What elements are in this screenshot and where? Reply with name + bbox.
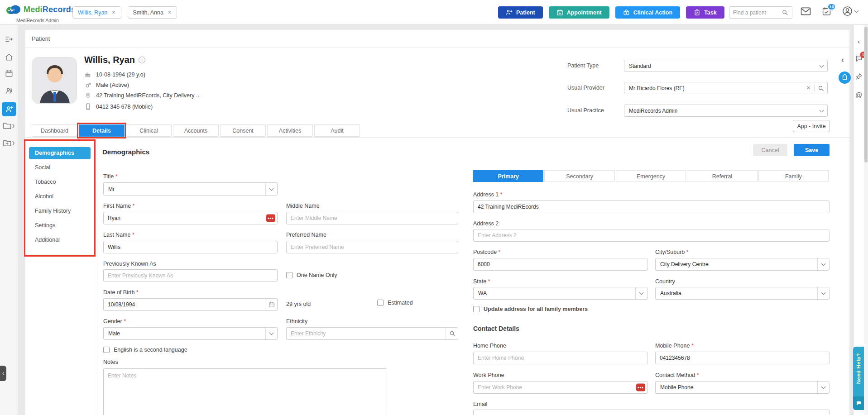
tag-floating-button[interactable] xyxy=(839,72,851,84)
previously-known-input[interactable] xyxy=(103,269,278,282)
chevron-right-icon: ❯ xyxy=(12,141,15,145)
patient-dob-row: 10-08-1994 (29 y.o) xyxy=(85,72,145,78)
address-tab-referral[interactable]: Referral xyxy=(687,170,757,182)
brand-logo[interactable]: MediRecords xyxy=(5,4,83,15)
search-icon[interactable] xyxy=(446,327,458,340)
usual-provider-field[interactable]: Mr Ricardo Flores (RF) ✕ xyxy=(624,82,828,94)
postcode-input[interactable] xyxy=(473,258,647,271)
work-phone-wrap: ••• xyxy=(473,381,647,394)
subnav-social[interactable]: Social xyxy=(29,162,91,174)
address1-input[interactable] xyxy=(473,200,830,213)
last-name-input[interactable] xyxy=(103,241,278,253)
search-icon[interactable] xyxy=(815,85,827,91)
update-family-address-checkbox[interactable] xyxy=(473,306,480,312)
previously-known-label: Previously Known As xyxy=(103,261,156,267)
address2-input[interactable] xyxy=(473,229,830,242)
scrollbar-thumb[interactable] xyxy=(864,27,868,162)
home-phone-input[interactable] xyxy=(473,352,647,364)
collapse-panel-icon[interactable]: ‹ xyxy=(841,55,844,65)
pin-icon[interactable] xyxy=(855,73,863,80)
address-tab-family[interactable]: Family xyxy=(758,170,829,182)
save-button[interactable]: Save xyxy=(794,144,830,156)
chat-icon[interactable]: 1 xyxy=(855,55,863,62)
one-name-only-checkbox[interactable] xyxy=(286,272,293,278)
mail-icon[interactable] xyxy=(801,7,811,15)
estimated-checkbox[interactable] xyxy=(377,300,384,306)
person-plus-icon xyxy=(506,9,513,16)
need-help-tab[interactable]: Need Help? xyxy=(853,347,864,410)
medical-bag-plus-icon xyxy=(623,9,630,16)
home-icon[interactable] xyxy=(5,53,13,62)
tab-consent[interactable]: Consent xyxy=(220,124,266,137)
ethnicity-input[interactable] xyxy=(286,327,458,340)
new-task-button[interactable]: Task xyxy=(686,6,724,19)
tab-accounts[interactable]: Accounts xyxy=(173,124,219,137)
calendar-notifications-icon[interactable]: 10 xyxy=(822,7,831,16)
calendar-icon[interactable] xyxy=(5,69,13,77)
email-input[interactable] xyxy=(473,410,830,415)
tab-audit[interactable]: Audit xyxy=(314,124,360,137)
patient-tab-smith-anna[interactable]: Smith, Anna ✕ xyxy=(128,6,177,19)
close-icon[interactable]: ✕ xyxy=(168,10,172,15)
patient-photo[interactable] xyxy=(32,57,77,104)
address-tab-secondary[interactable]: Secondary xyxy=(544,170,614,182)
usual-practice-select[interactable]: MediRecords Admin xyxy=(624,105,828,117)
subnav-tobacco[interactable]: Tobacco xyxy=(29,176,91,188)
dob-input[interactable] xyxy=(103,298,278,311)
tab-clinical[interactable]: Clinical xyxy=(126,124,172,137)
mobile-phone-input[interactable] xyxy=(655,352,830,364)
clear-icon[interactable]: ✕ xyxy=(803,85,814,91)
contact-method-select[interactable]: Mobile Phone xyxy=(655,381,830,394)
address-tab-primary-active[interactable]: Primary xyxy=(473,170,543,182)
folder-icon[interactable]: ❯ xyxy=(3,122,15,129)
at-mention-icon[interactable]: @ xyxy=(855,91,862,99)
info-icon[interactable]: i xyxy=(139,57,145,63)
search-icon[interactable] xyxy=(782,9,788,16)
calendar-icon[interactable] xyxy=(265,298,278,311)
preferred-name-input[interactable] xyxy=(286,241,458,253)
new-appointment-button[interactable]: Appointment xyxy=(549,6,609,19)
country-select[interactable]: Australia xyxy=(655,287,830,300)
new-patient-button[interactable]: Patient xyxy=(498,6,543,19)
esl-checkbox[interactable] xyxy=(103,347,110,353)
page-scrollbar[interactable] xyxy=(864,25,868,415)
gender-label: Gender xyxy=(103,318,126,324)
patient-type-select[interactable]: Standard xyxy=(624,60,828,72)
subnav-additional[interactable]: Additional xyxy=(29,234,91,246)
folder-add-icon[interactable]: ❯ xyxy=(3,139,15,147)
cancel-button[interactable]: Cancel xyxy=(753,144,787,156)
male-gender-icon xyxy=(85,82,91,88)
extension-dots-badge: ••• xyxy=(266,215,275,222)
middle-name-input[interactable] xyxy=(286,212,458,224)
notes-textarea[interactable] xyxy=(103,368,387,415)
address-tab-emergency[interactable]: Emergency xyxy=(616,170,686,182)
patients-nav-icon-active[interactable] xyxy=(2,102,16,116)
subnav-settings[interactable]: Settings xyxy=(29,219,91,232)
close-icon[interactable]: ✕ xyxy=(111,10,115,15)
new-clinical-action-button[interactable]: Clinical Action xyxy=(615,6,680,19)
city-suburb-select[interactable]: City Delivery Centre xyxy=(655,258,830,271)
waiting-room-icon[interactable] xyxy=(5,86,14,95)
usual-practice-label: Usual Practice xyxy=(567,107,604,114)
postcode-label: Postcode xyxy=(473,249,500,255)
first-name-input[interactable] xyxy=(103,212,278,224)
gender-select[interactable]: Male xyxy=(103,327,278,340)
chevron-left-icon[interactable]: ‹ xyxy=(858,38,860,45)
app-invite-button[interactable]: App - Invite xyxy=(793,120,830,132)
chevron-down-icon xyxy=(821,291,826,295)
tab-details-active[interactable]: Details xyxy=(79,124,125,137)
patient-search-input[interactable] xyxy=(733,10,782,16)
tab-dashboard[interactable]: Dashboard xyxy=(32,124,77,137)
subnav-demographics-active[interactable]: Demographics xyxy=(29,147,91,159)
expand-menu-icon[interactable] xyxy=(5,35,13,43)
state-select[interactable]: WA xyxy=(473,287,647,300)
brand-name: MediRecords xyxy=(24,5,76,14)
bottom-left-collapse-button[interactable]: ‹ xyxy=(0,366,6,381)
tab-activities[interactable]: Activities xyxy=(267,124,313,137)
work-phone-input[interactable] xyxy=(473,381,647,394)
subnav-family-history[interactable]: Family History xyxy=(29,205,91,217)
account-menu[interactable] xyxy=(842,6,858,16)
title-select[interactable]: Mr xyxy=(103,182,278,196)
patient-tab-willis-ryan[interactable]: Willis, Ryan ✕ xyxy=(72,6,121,19)
subnav-alcohol[interactable]: Alcohol xyxy=(29,191,91,203)
